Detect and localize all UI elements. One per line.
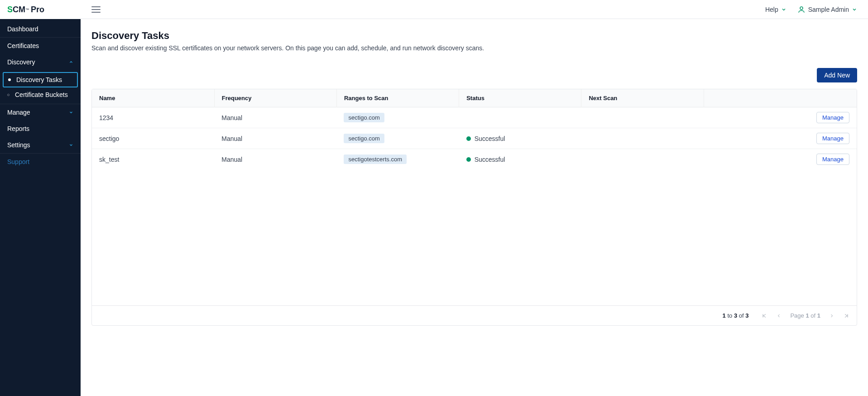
range-tag: sectigo.com xyxy=(344,134,384,143)
status-text: Successful xyxy=(475,135,505,142)
main-area: Help Sample Admin Discovery Tasks Scan a… xyxy=(81,0,868,396)
manage-button[interactable]: Manage xyxy=(816,112,849,123)
hamburger-menu-icon[interactable] xyxy=(91,6,101,13)
status-text: Successful xyxy=(475,156,505,163)
sidebar-sub-label: Certificate Buckets xyxy=(15,91,68,98)
help-label: Help xyxy=(765,6,778,13)
pagination-range: 1 to 3 of 3 xyxy=(723,312,749,319)
table-empty-space xyxy=(92,169,857,305)
pagination-controls: Page 1 of 1 xyxy=(761,312,849,319)
pagination-page-total: 1 xyxy=(817,312,820,319)
pagination-next-icon[interactable] xyxy=(829,313,835,319)
pagination-from: 1 xyxy=(723,312,726,319)
sidebar-item-label: Certificates xyxy=(7,42,39,49)
sidebar-item-reports[interactable]: Reports xyxy=(0,121,81,137)
sidebar-item-label: Manage xyxy=(7,109,30,116)
cell-status xyxy=(459,107,581,128)
sidebar-nav: Dashboard Certificates Discovery Discove… xyxy=(0,19,81,396)
pagination-to: 3 xyxy=(734,312,737,319)
cell-ranges: sectigo.com xyxy=(336,128,459,149)
brand-logo: SCM™Pro xyxy=(0,0,81,19)
bullet-icon xyxy=(8,78,11,81)
pagination-page-word: Page xyxy=(790,312,804,319)
chevron-down-icon xyxy=(69,110,73,115)
table-row: sectigoManualsectigo.comSuccessfulManage xyxy=(92,128,857,149)
cell-next-scan xyxy=(581,107,704,128)
sidebar-sub-discovery: Discovery Tasks Certificate Buckets xyxy=(0,70,81,104)
range-tag: sectigo.com xyxy=(344,113,384,122)
cell-ranges: sectigo.com xyxy=(336,107,459,128)
sidebar-item-certificates[interactable]: Certificates xyxy=(0,37,81,54)
bullet-icon xyxy=(7,94,10,96)
pagination-page-of-word: of xyxy=(810,312,815,319)
column-header-actions xyxy=(704,89,857,107)
sidebar-item-label: Discovery xyxy=(7,58,35,66)
sidebar-item-dashboard[interactable]: Dashboard xyxy=(0,21,81,37)
sidebar-item-label: Settings xyxy=(7,141,30,149)
pagination-last-icon[interactable] xyxy=(843,313,849,319)
cell-status: Successful xyxy=(459,128,581,149)
help-menu[interactable]: Help xyxy=(765,6,786,13)
cell-name: 1234 xyxy=(92,107,214,128)
content-area: Discovery Tasks Scan and discover existi… xyxy=(81,19,868,396)
sidebar-item-label: Dashboard xyxy=(7,25,38,33)
sidebar-item-manage[interactable]: Manage xyxy=(0,104,81,121)
column-header-status[interactable]: Status xyxy=(459,89,581,107)
sidebar-item-discovery[interactable]: Discovery xyxy=(0,54,81,70)
user-icon xyxy=(797,5,806,14)
username-label: Sample Admin xyxy=(808,6,849,13)
sidebar-item-label: Support xyxy=(7,158,29,165)
page-title: Discovery Tasks xyxy=(91,30,857,42)
cell-name: sk_test xyxy=(92,149,214,170)
cell-frequency: Manual xyxy=(214,107,336,128)
cell-next-scan xyxy=(581,128,704,149)
page-description: Scan and discover existing SSL certifica… xyxy=(91,44,857,52)
page-actions: Add New xyxy=(91,68,857,82)
table-row: sk_testManualsectigotestcerts.comSuccess… xyxy=(92,149,857,170)
sidebar: SCM™Pro Dashboard Certificates Discovery… xyxy=(0,0,81,396)
cell-frequency: Manual xyxy=(214,128,336,149)
manage-button[interactable]: Manage xyxy=(816,154,849,165)
sidebar-item-support[interactable]: Support xyxy=(0,153,81,170)
logo-tm: ™ xyxy=(25,8,29,12)
sidebar-item-settings[interactable]: Settings xyxy=(0,137,81,153)
status-dot-icon xyxy=(466,157,471,162)
svg-point-0 xyxy=(800,7,803,10)
table-row: 1234Manualsectigo.comManage xyxy=(92,107,857,128)
cell-actions: Manage xyxy=(704,107,857,128)
cell-name: sectigo xyxy=(92,128,214,149)
chevron-down-icon xyxy=(781,7,786,12)
status-dot-icon xyxy=(466,136,471,141)
chevron-up-icon xyxy=(69,60,73,64)
manage-button[interactable]: Manage xyxy=(816,133,849,144)
column-header-frequency[interactable]: Frequency xyxy=(214,89,336,107)
logo-suffix: Pro xyxy=(31,5,44,14)
pagination-total: 3 xyxy=(745,312,748,319)
cell-actions: Manage xyxy=(704,128,857,149)
logo-name: CM xyxy=(13,5,25,14)
cell-next-scan xyxy=(581,149,704,170)
cell-actions: Manage xyxy=(704,149,857,170)
logo-prefix: S xyxy=(7,5,13,14)
user-menu[interactable]: Sample Admin xyxy=(797,5,857,14)
cell-status: Successful xyxy=(459,149,581,170)
cell-ranges: sectigotestcerts.com xyxy=(336,149,459,170)
column-header-next-scan[interactable]: Next Scan xyxy=(581,89,704,107)
pagination-prev-icon[interactable] xyxy=(776,313,782,319)
column-header-ranges[interactable]: Ranges to Scan xyxy=(336,89,459,107)
sidebar-sub-item-certificate-buckets[interactable]: Certificate Buckets xyxy=(0,87,81,102)
pagination-first-icon[interactable] xyxy=(761,313,767,319)
table-footer: 1 to 3 of 3 Page xyxy=(92,305,857,325)
discovery-tasks-table: Name Frequency Ranges to Scan Status Nex… xyxy=(91,89,857,326)
column-header-name[interactable]: Name xyxy=(92,89,214,107)
sidebar-sub-label: Discovery Tasks xyxy=(16,76,62,83)
sidebar-sub-item-discovery-tasks[interactable]: Discovery Tasks xyxy=(3,72,78,87)
cell-frequency: Manual xyxy=(214,149,336,170)
range-tag: sectigotestcerts.com xyxy=(344,155,407,164)
chevron-down-icon xyxy=(852,7,857,12)
pagination-to-word: to xyxy=(727,312,732,319)
topbar-right: Help Sample Admin xyxy=(765,5,857,14)
add-new-button[interactable]: Add New xyxy=(817,68,857,82)
table-header-row: Name Frequency Ranges to Scan Status Nex… xyxy=(92,89,857,107)
pagination-of-word: of xyxy=(739,312,744,319)
